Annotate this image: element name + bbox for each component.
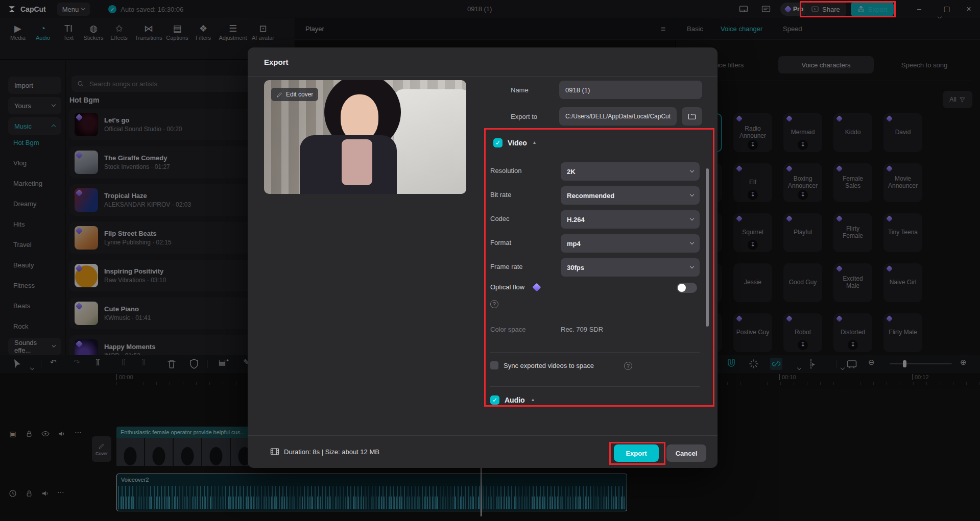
export-path-input[interactable] <box>559 107 677 126</box>
name-label: Name <box>511 86 529 94</box>
folder-icon <box>687 112 697 121</box>
capcut-window: CapCut Menu ✓ Auto saved: 16:30:06 0918 … <box>0 0 980 521</box>
highlight-box-share-export <box>800 1 896 17</box>
highlight-box-export-button <box>609 442 665 465</box>
export-summary: Duration: 8s | Size: about 12 MB <box>284 448 379 456</box>
pencil-icon <box>276 91 283 98</box>
dialog-title: Export <box>264 58 289 66</box>
edit-cover-button[interactable]: Edit cover <box>271 88 318 101</box>
film-icon <box>270 446 280 457</box>
highlight-box-video-settings <box>484 128 714 407</box>
export-to-label: Export to <box>511 113 537 120</box>
dialog-cancel-button[interactable]: Cancel <box>666 444 706 462</box>
browse-folder-button[interactable] <box>682 107 702 126</box>
name-input[interactable] <box>559 81 702 99</box>
video-preview: Edit cover <box>264 80 466 194</box>
